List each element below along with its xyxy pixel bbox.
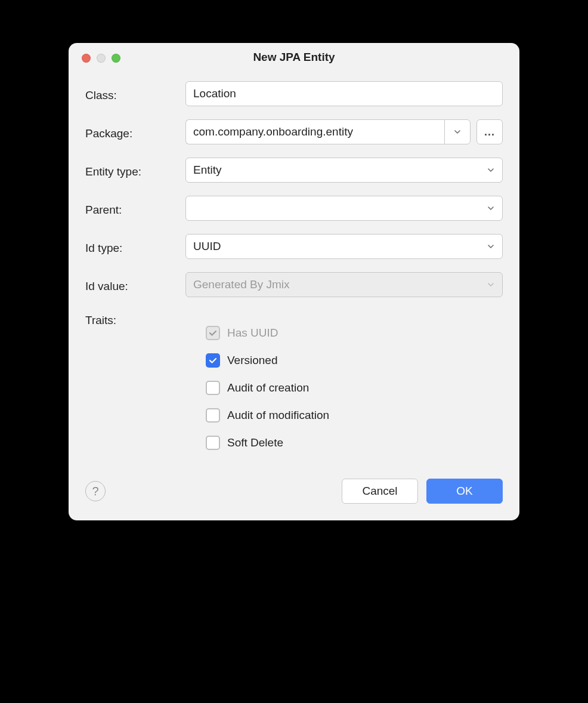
window-controls [82,54,120,63]
id-type-label: Id type: [85,238,185,255]
parent-label: Parent: [85,200,185,217]
trait-has-uuid-checkbox [206,326,220,340]
chevron-down-icon [487,204,495,212]
trait-audit-creation-checkbox[interactable] [206,381,220,395]
chevron-down-icon [487,166,495,174]
class-input[interactable] [185,81,503,106]
cancel-button[interactable]: Cancel [342,479,418,504]
id-type-value: UUID [193,240,221,253]
close-window-button[interactable] [82,54,91,63]
dialog-title: New JPA Entity [78,51,510,64]
form: Class: Package: com.company.onboarding.e… [69,72,519,468]
package-label: Package: [85,124,185,140]
entity-type-combo[interactable]: Entity [185,158,503,183]
chevron-down-icon [487,242,495,251]
maximize-window-button[interactable] [112,54,120,63]
trait-audit-creation-label: Audit of creation [227,381,309,394]
trait-versioned-checkbox[interactable] [206,353,220,368]
trait-audit-creation[interactable]: Audit of creation [206,381,503,395]
entity-type-value: Entity [193,164,222,177]
traits-row: Traits: Has UUID Versioned Audit o [85,310,503,450]
trait-audit-modification-label: Audit of modification [227,409,329,422]
package-row: Package: com.company.onboarding.entity .… [85,119,503,144]
package-dropdown-button[interactable] [444,119,471,144]
class-label: Class: [85,85,185,102]
ok-button[interactable]: OK [426,479,503,504]
trait-versioned-label: Versioned [227,354,278,367]
trait-has-uuid-label: Has UUID [227,326,278,340]
package-combo[interactable]: com.company.onboarding.entity [185,119,471,144]
entity-type-label: Entity type: [85,162,185,178]
class-row: Class: [85,81,503,106]
id-value-combo: Generated By Jmix [185,272,503,297]
id-type-row: Id type: UUID [85,234,503,259]
trait-soft-delete-label: Soft Delete [227,436,283,449]
id-value-row: Id value: Generated By Jmix [85,272,503,297]
package-browse-button[interactable]: ... [476,119,503,144]
minimize-window-button [97,54,106,63]
titlebar: New JPA Entity [69,43,519,72]
id-value-label: Id value: [85,276,185,293]
trait-has-uuid: Has UUID [206,326,503,340]
new-jpa-entity-dialog: New JPA Entity Class: Package: com.compa… [69,43,519,520]
entity-type-row: Entity type: Entity [85,158,503,183]
package-value[interactable]: com.company.onboarding.entity [185,119,444,144]
parent-row: Parent: [85,196,503,221]
help-button[interactable]: ? [85,481,106,501]
chevron-down-icon [487,280,495,289]
traits-label: Traits: [85,310,185,327]
parent-combo[interactable] [185,196,503,221]
trait-versioned[interactable]: Versioned [206,353,503,368]
id-value-value: Generated By Jmix [193,278,290,291]
trait-audit-modification-checkbox[interactable] [206,408,220,423]
traits-list: Has UUID Versioned Audit of creation Aud… [185,310,503,450]
id-type-combo[interactable]: UUID [185,234,503,259]
chevron-down-icon [453,128,462,136]
trait-soft-delete[interactable]: Soft Delete [206,436,503,450]
trait-audit-modification[interactable]: Audit of modification [206,408,503,423]
trait-soft-delete-checkbox[interactable] [206,436,220,450]
dialog-footer: ? Cancel OK [69,468,519,520]
